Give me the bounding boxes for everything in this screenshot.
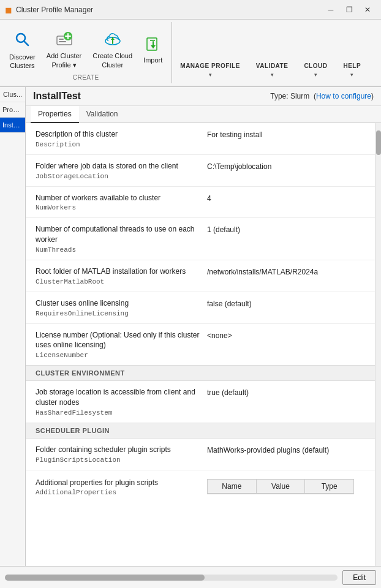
prop-row-description: Description of this cluster Description …	[26, 123, 375, 155]
prop-value-sharedfilesystem: true (default)	[207, 387, 365, 397]
type-label: Type: Slurm	[270, 92, 309, 100]
cluster-env-section: Job storage location is accessible from …	[26, 381, 375, 423]
horizontal-scrollbar[interactable]	[5, 575, 338, 581]
col-value: Value	[257, 480, 306, 493]
prop-value-description: For testing install	[207, 129, 365, 139]
create-group: DiscoverClusters Add ClusterProfile ▾	[0, 22, 172, 83]
edit-button[interactable]: Edit	[342, 570, 376, 585]
prop-table-header: Name Value Type	[208, 480, 353, 494]
prop-row-licensenumber: License number (Optional: Used only if t…	[26, 324, 375, 366]
cloud-button[interactable]: CLOUD ▾	[296, 42, 335, 81]
prop-row-additionalprops: Additional properties for plugin scripts…	[26, 470, 375, 504]
prop-value-jobstorage: C:\Temp\joblocation	[207, 161, 365, 171]
validate-label: VALIDATE	[256, 62, 289, 69]
prop-label-matlabroot: Root folder of MATLAB installation for w…	[36, 266, 207, 285]
add-cluster-profile-button[interactable]: Add ClusterProfile ▾	[42, 29, 86, 72]
prop-row-jobstorage: Folder where job data is stored on the c…	[26, 155, 375, 187]
profile-header: InstallTest Type: Slurm (How to configur…	[26, 87, 381, 106]
prop-label-numthreads: Number of computational threads to use o…	[36, 224, 207, 254]
prop-value-matlabroot: /network/installs/MATLAB/R2024a	[207, 266, 365, 276]
h-scroll-thumb[interactable]	[5, 575, 205, 581]
import-button[interactable]: Import	[139, 29, 167, 72]
prop-value-licensenumber: <none>	[207, 330, 365, 340]
prop-value-pluginlocation: MathWorks-provided plugins (default)	[207, 445, 365, 454]
tab-validation[interactable]: Validation	[79, 106, 126, 123]
sidebar: Clus... Proce... Instal...	[0, 87, 26, 566]
app-icon: ◼	[5, 5, 12, 15]
help-label: HELP	[343, 62, 361, 69]
window-title: Cluster Profile Manager	[16, 6, 93, 14]
svg-rect-7	[59, 41, 66, 42]
prop-row-numthreads: Number of computational threads to use o…	[26, 218, 375, 260]
prop-row-numworkers: Number of workers available to cluster N…	[26, 187, 375, 219]
sidebar-item-proce[interactable]: Proce...	[0, 102, 25, 118]
discover-clusters-button[interactable]: DiscoverClusters	[5, 29, 40, 72]
validate-button[interactable]: VALIDATE ▾	[248, 42, 296, 81]
prop-row-sharedfilesystem: Job storage location is accessible from …	[26, 381, 375, 423]
prop-label-additionalprops: Additional properties for plugin scripts…	[36, 478, 207, 497]
col-type: Type	[305, 480, 353, 493]
create-cloud-cluster-label: Create CloudCluster	[92, 51, 132, 69]
prop-row-matlabroot: Root folder of MATLAB installation for w…	[26, 260, 375, 292]
toolbar: DiscoverClusters Add ClusterProfile ▾	[0, 20, 381, 87]
import-icon	[145, 36, 161, 55]
properties-scroll: Description of this cluster Description …	[26, 123, 375, 566]
cloud-label: CLOUD	[304, 62, 327, 69]
svg-rect-11	[147, 38, 157, 50]
svg-line-1	[24, 41, 28, 45]
help-button[interactable]: HELP ▾	[335, 42, 369, 81]
sidebar-item-instal[interactable]: Instal...	[0, 118, 25, 133]
prop-label-jobstorage: Folder where job data is stored on the c…	[36, 161, 207, 180]
scheduler-plugin-header: SCHEDULER PLUGIN	[26, 423, 375, 439]
cloud-chevron: ▾	[314, 72, 317, 78]
prop-row-pluginlocation: Folder containing scheduler plugin scrip…	[26, 439, 375, 470]
prop-label-description: Description of this cluster Description	[36, 129, 207, 148]
prop-row-onlinelicensing: Cluster uses online licensing RequiresOn…	[26, 292, 375, 324]
col-name: Name	[208, 480, 257, 493]
prop-label-sharedfilesystem: Job storage location is accessible from …	[36, 387, 207, 417]
bottom-bar: Edit	[0, 566, 381, 588]
add-cluster-profile-label: Add ClusterProfile ▾	[47, 51, 81, 69]
title-bar: ◼ Cluster Profile Manager ─ ❐ ✕	[0, 0, 381, 20]
v-scroll-thumb[interactable]	[376, 130, 381, 155]
vertical-scrollbar[interactable]	[375, 123, 381, 566]
validate-chevron: ▾	[271, 72, 274, 78]
close-button[interactable]: ✕	[359, 3, 376, 17]
import-label: Import	[143, 56, 162, 64]
cluster-env-header: CLUSTER ENVIRONMENT	[26, 365, 375, 381]
restore-button[interactable]: ❐	[341, 3, 358, 17]
minimize-button[interactable]: ─	[322, 3, 339, 17]
svg-rect-6	[59, 39, 64, 40]
prop-label-numworkers: Number of workers available to cluster N…	[36, 193, 207, 212]
add-cluster-icon	[56, 31, 73, 50]
manage-profile-label: MANAGE PROFILE	[180, 62, 240, 69]
properties-panel: Description of this cluster Description …	[26, 123, 381, 566]
profile-type: Type: Slurm (How to configure)	[270, 92, 374, 100]
tab-properties[interactable]: Properties	[31, 106, 79, 123]
prop-label-onlinelicensing: Cluster uses online licensing RequiresOn…	[36, 298, 207, 317]
help-chevron: ▾	[350, 72, 353, 78]
create-cloud-icon	[104, 31, 122, 50]
prop-label-pluginlocation: Folder containing scheduler plugin scrip…	[36, 445, 207, 464]
content-area: InstallTest Type: Slurm (How to configur…	[26, 87, 381, 566]
manage-profile-chevron: ▾	[209, 72, 212, 78]
prop-value-numthreads: 1 (default)	[207, 224, 365, 234]
discover-clusters-label: DiscoverClusters	[9, 53, 36, 70]
prop-value-numworkers: 4	[207, 193, 365, 203]
title-bar-controls: ─ ❐ ✕	[322, 3, 376, 17]
additional-props-table: Name Value Type	[207, 479, 354, 494]
manage-profile-button[interactable]: MANAGE PROFILE ▾	[172, 42, 248, 81]
create-cloud-cluster-button[interactable]: Create CloudCluster	[88, 29, 137, 72]
create-buttons: DiscoverClusters Add ClusterProfile ▾	[5, 29, 167, 72]
profile-name: InstallTest	[33, 91, 81, 102]
prop-label-licensenumber: License number (Optional: Used only if t…	[36, 330, 207, 360]
svg-marker-13	[151, 45, 156, 48]
tab-bar: Properties Validation	[26, 106, 381, 123]
main-layout: Clus... Proce... Instal... InstallTest T…	[0, 87, 381, 566]
main-properties-section: Description of this cluster Description …	[26, 123, 375, 365]
discover-icon	[13, 31, 31, 51]
configure-link[interactable]: How to configure	[316, 92, 371, 100]
right-toolbar-groups: MANAGE PROFILE ▾ VALIDATE ▾ CLOUD ▾ HELP…	[172, 22, 369, 83]
scheduler-plugin-section: Folder containing scheduler plugin scrip…	[26, 439, 375, 504]
sidebar-item-clus[interactable]: Clus...	[0, 87, 25, 102]
